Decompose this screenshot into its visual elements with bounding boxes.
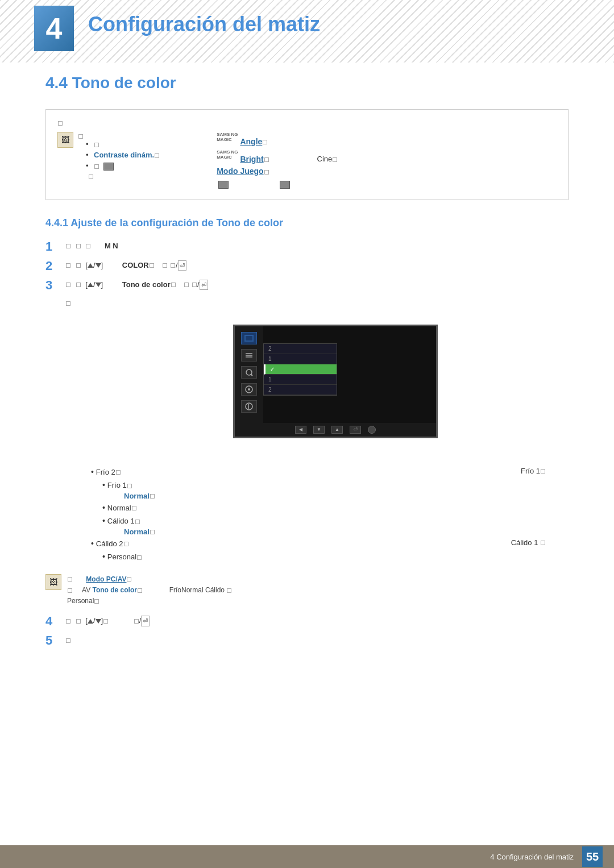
monitor-sidebar: i xyxy=(235,326,263,437)
diagram-row-1: 🖼 Contraste dinám. xyxy=(57,132,160,181)
step-4-row: 4 [/] /⏎ xyxy=(45,615,569,629)
nav-enter-btn: ⏎ xyxy=(350,426,361,434)
steps-container: 1 M N 2 [/] COLOR /⏎ xyxy=(45,240,569,308)
page-title: Configuración del matiz xyxy=(88,13,320,36)
monitor-icon-2 xyxy=(241,349,257,362)
modo-juego-link: Modo Juego xyxy=(217,167,263,176)
menu-item-frío1: 1 xyxy=(264,354,337,364)
subsection-4-4-1-heading: 4.4.1 Ajuste de la configuración de Tono… xyxy=(45,217,569,229)
step-3-row: 3 [/] Tono de color /⏎ xyxy=(45,279,569,293)
step-3-number: 3 xyxy=(45,278,65,293)
nav-left-btn: ◀ xyxy=(295,426,306,434)
modo-pcav-link: Modo PC/AV xyxy=(86,575,132,583)
nav-right-btn: ▼ xyxy=(313,426,325,434)
section-4-4-heading: 4.4 Tono de color xyxy=(45,74,569,92)
monitor-icon-1 xyxy=(241,332,257,344)
page-footer: 4 Configuración del matiz 55 xyxy=(0,845,614,868)
magic-angle-link: Angle xyxy=(240,137,262,146)
footer-page-number: 55 xyxy=(582,846,603,867)
monitor-menu-popup: 2 1 ✓ 1 2 xyxy=(263,343,337,396)
icon-row xyxy=(217,179,338,188)
option-frío2: • Frío 2 Frío 1 xyxy=(91,467,569,478)
step-2-number: 2 xyxy=(45,259,65,273)
note-content: Modo PC/AV AV Tono de color FríoNormal C… xyxy=(67,574,232,607)
magic-bright-row: SAMS NGMAGIC Bright Cine xyxy=(217,149,338,164)
menu-item-frío2: 2 xyxy=(264,344,337,354)
bullet-item xyxy=(84,161,160,171)
option-cálido2: • Cálido 2 Cálido 1 xyxy=(91,538,569,550)
av-tono-text: AV xyxy=(82,586,90,594)
monitor-screen: i 2 1 ✓ 1 2 ◀ ▼ ▲ ⏎ xyxy=(233,325,438,438)
bullet-item xyxy=(84,140,160,148)
bullet: • xyxy=(91,467,94,476)
header-number-block: 4 xyxy=(34,6,74,51)
personal-text: Personal xyxy=(67,597,99,605)
menu-item-normal: ✓ xyxy=(264,364,337,375)
step-5-content xyxy=(65,634,569,646)
option-frío1: • Frío 1 Normal xyxy=(102,480,569,500)
option-right-frío1: Frío 1 xyxy=(521,467,546,475)
svg-rect-1 xyxy=(246,336,252,340)
info-diagram: 🖼 Contraste dinám. SAMS N xyxy=(45,109,569,200)
step-3-content: [/] Tono de color /⏎ xyxy=(65,279,569,290)
page-header: 4 Configuración del matiz xyxy=(0,0,614,63)
chapter-number: 4 xyxy=(46,11,63,45)
frío-normal-cálido-text: FríoNormal Cálido xyxy=(169,586,227,594)
tono-color-text: Tono de color xyxy=(92,586,142,594)
note-row: 🖼 Modo PC/AV AV Tono de color FríoNormal… xyxy=(45,574,569,607)
option-cálido1: • Cálido 1 Normal xyxy=(102,516,569,536)
menu-item-cálido2: 2 xyxy=(264,385,337,395)
menu-item-cálido1: 1 xyxy=(264,375,337,385)
modo-juego-row: Modo Juego xyxy=(217,167,338,176)
nav-up-btn: ▲ xyxy=(331,426,343,434)
checkbox-icon xyxy=(58,121,63,126)
main-content: 4.4 Tono de color 🖼 Contraste dinám. xyxy=(0,74,614,699)
color-options-section: • Frío 2 Frío 1 • Frío 1 Normal • Normal… xyxy=(91,467,569,563)
monitor-icon-4 xyxy=(241,383,257,396)
svg-text:i: i xyxy=(248,404,250,410)
footer-text: 4 Configuración del matiz xyxy=(490,853,574,861)
magic-angle-row: SAMS NGMAGIC Angle xyxy=(217,132,338,146)
option-personal: • Personal xyxy=(102,551,569,563)
option-label-frío2: Frío 2 xyxy=(96,468,121,476)
step-2-content: [/] COLOR /⏎ xyxy=(65,260,569,271)
monitor-icon-3 xyxy=(241,366,257,379)
note-icon: 🖼 xyxy=(45,574,61,590)
step-4-number: 4 xyxy=(45,614,65,629)
option-right-cálido1: Cálido 1 xyxy=(511,538,546,547)
monitor-area: i 2 1 ✓ 1 2 ◀ ▼ ▲ ⏎ xyxy=(102,319,569,450)
power-btn xyxy=(368,426,376,434)
step-2-row: 2 [/] COLOR /⏎ xyxy=(45,260,569,273)
step-1-row: 1 M N xyxy=(45,240,569,254)
step-1-content: M N xyxy=(65,240,569,252)
contraste-text: Contraste dinám. xyxy=(94,151,154,159)
step-5-number: 5 xyxy=(45,633,65,648)
step-5-row: 5 xyxy=(45,634,569,648)
monitor-icon-5: i xyxy=(241,400,257,413)
magic-bright-link: Bright xyxy=(240,154,263,163)
bullet-item: Contraste dinám. xyxy=(84,151,160,159)
step-1-number: 1 xyxy=(45,239,65,254)
svg-point-8 xyxy=(248,388,250,391)
option-normal: • Normal xyxy=(102,502,569,514)
step-4-content: [/] /⏎ xyxy=(65,615,569,626)
monitor-bottom-bar: ◀ ▼ ▲ ⏎ xyxy=(235,423,436,437)
svg-line-6 xyxy=(251,374,252,376)
